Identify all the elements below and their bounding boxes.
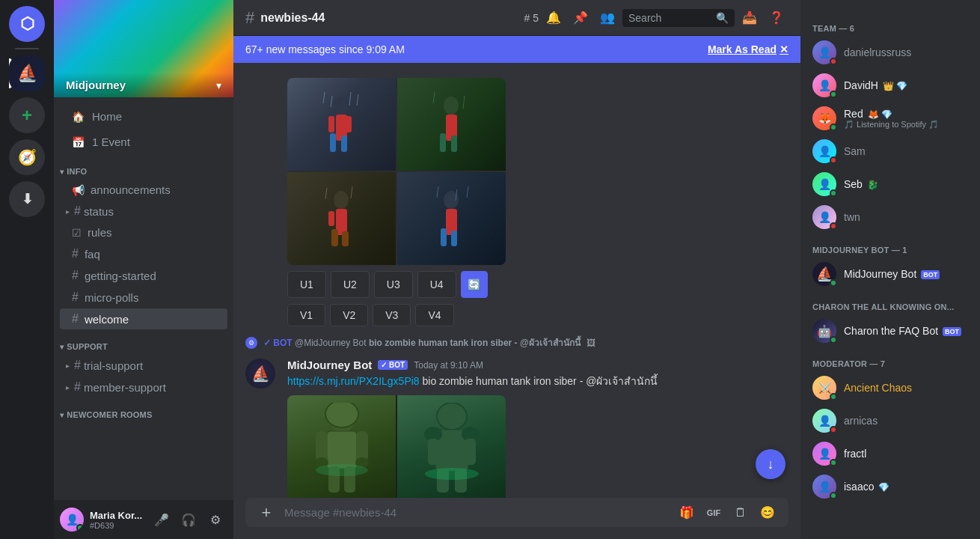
server-menu-icon: ▾: [216, 79, 221, 91]
channel-member-support[interactable]: ▸ # member-support: [60, 377, 227, 398]
pin-button[interactable]: 📌: [569, 6, 592, 30]
category-info[interactable]: ▾ INFO: [54, 155, 233, 179]
mark-as-read-button[interactable]: Mark As Read ✕: [708, 43, 788, 55]
download-apps-button[interactable]: ⬇: [9, 181, 45, 217]
member-davidh[interactable]: 👤 DavidH 👑 💎: [806, 69, 974, 102]
member-fractl[interactable]: 👤 fractl: [806, 437, 974, 470]
zombie-image-container: [287, 395, 506, 498]
v2-button[interactable]: V2: [330, 304, 368, 326]
message-input[interactable]: [284, 498, 669, 527]
member-info-danielrussruss: danielrussruss: [844, 46, 968, 58]
channel-status[interactable]: ▸ # status: [60, 201, 227, 222]
member-avatar-red: 🦊: [812, 106, 836, 130]
members-button[interactable]: 👥: [595, 6, 619, 30]
add-attachment-button[interactable]: +: [254, 501, 278, 525]
u3-button[interactable]: U3: [374, 271, 413, 298]
inbox-button[interactable]: 📥: [738, 6, 762, 30]
category-arrow-newcomer: ▾: [60, 411, 64, 419]
channel-announcements[interactable]: 📢 announcements: [60, 180, 227, 200]
discord-home-button[interactable]: ⬡: [9, 6, 45, 42]
svg-line-6: [323, 92, 325, 103]
member-danielrussruss[interactable]: 👤 danielrussruss: [806, 36, 974, 69]
emoji-button[interactable]: 😊: [756, 501, 780, 525]
member-ancient-chaos[interactable]: ⚔️ Ancient Chaos: [806, 371, 974, 404]
refresh-button[interactable]: 🔄: [461, 271, 488, 298]
mute-channel-button[interactable]: 🔔: [542, 6, 566, 30]
trial-collapse-arrow: ▸: [66, 362, 70, 370]
channel-trial-support[interactable]: ▸ # trial-support: [60, 355, 227, 376]
svg-rect-2: [330, 133, 336, 152]
member-name-sam: Sam: [844, 145, 968, 157]
hash-gs-icon: #: [72, 269, 79, 282]
explore-servers-button[interactable]: 🧭: [9, 139, 45, 175]
zombie-image-1: [287, 395, 396, 498]
channel-rules[interactable]: ☑ rules: [60, 222, 227, 243]
v1-button[interactable]: V1: [287, 304, 325, 326]
svg-point-31: [325, 403, 358, 427]
svg-rect-13: [451, 135, 457, 152]
rain-image-grid: [287, 78, 506, 265]
member-isaaco[interactable]: 👤 isaaco 💎: [806, 470, 974, 503]
svg-point-0: [334, 97, 349, 115]
channel-getting-started[interactable]: # getting-started: [60, 265, 227, 286]
sidebar-item-event[interactable]: 📅 1 Event: [60, 130, 227, 154]
svg-rect-4: [328, 116, 334, 133]
rain-image-content: U1 U2 U3 U4 🔄 V1 V2 V3 V4: [287, 78, 506, 326]
svg-rect-34: [327, 431, 357, 469]
mark-read-icon: ✕: [780, 43, 788, 55]
search-bar[interactable]: Search 🔍: [622, 9, 735, 27]
messages-area[interactable]: U1 U2 U3 U4 🔄 V1 V2 V3 V4 ⚙ ✓ BOT @MidJ: [233, 63, 800, 498]
zombie-image-2: [397, 395, 506, 498]
scroll-to-bottom-button[interactable]: ↓: [756, 449, 785, 479]
help-button[interactable]: ❓: [765, 6, 788, 30]
svg-rect-36: [356, 431, 368, 461]
member-avatar-sam: 👤: [812, 139, 836, 163]
add-server-button[interactable]: +: [9, 97, 45, 133]
category-support[interactable]: ▾ SUPPORT: [54, 330, 233, 354]
midjourney-server-icon[interactable]: ⛵: [9, 55, 45, 91]
category-arrow-support: ▾: [60, 343, 64, 351]
member-sam[interactable]: 👤 Sam: [806, 135, 974, 168]
status-dot-twn: [830, 222, 837, 230]
member-midjourney-bot[interactable]: ⛵ MidJourney Bot BOT: [806, 258, 974, 290]
server-list: ⬡ ⛵ + 🧭 ⬇: [0, 0, 54, 539]
u1-button[interactable]: U1: [287, 271, 326, 298]
svg-line-14: [433, 92, 435, 103]
member-seb[interactable]: 👤 Seb 🐉: [806, 168, 974, 201]
member-collapse-arrow: ▸: [66, 383, 70, 392]
v4-button[interactable]: V4: [415, 304, 453, 326]
gif-button[interactable]: GIF: [702, 501, 726, 525]
zombie-message-text: https://s.mj.run/PX2ILgx5Pi8 bio zombie …: [287, 374, 788, 389]
sticker-button[interactable]: 🗒: [729, 501, 753, 525]
category-newcomer-label: NEWCOMER ROOMS: [67, 410, 152, 419]
red-badge: 🦊 💎: [868, 109, 892, 120]
member-red[interactable]: 🦊 Red 🦊 💎 🎵 Listening to Spotify 🎵: [806, 102, 974, 135]
svg-rect-5: [346, 116, 352, 133]
status-dot-danielrussruss: [830, 58, 837, 65]
member-name-ancient-chaos: Ancient Chaos: [844, 382, 968, 394]
channel-name: newbies-44: [260, 11, 325, 25]
member-arnicas[interactable]: 👤 arnicas: [806, 404, 974, 437]
seb-badge: 🐉: [867, 180, 878, 190]
microphone-button[interactable]: 🎤: [150, 508, 174, 532]
member-charon-bot[interactable]: 🤖 Charon the FAQ Bot BOT: [806, 314, 974, 347]
u4-button[interactable]: U4: [417, 271, 456, 298]
message-link[interactable]: https://s.mj.run/PX2ILgx5Pi8: [287, 375, 420, 387]
thread-count-area: # 5: [524, 12, 539, 24]
member-info-isaaco: isaaco 💎: [844, 481, 968, 493]
server-header[interactable]: Midjourney ▾: [54, 0, 233, 97]
channel-faq[interactable]: # faq: [60, 243, 227, 264]
gift-button[interactable]: 🎁: [675, 501, 699, 525]
u2-button[interactable]: U2: [331, 271, 370, 298]
svg-rect-50: [428, 439, 438, 465]
member-info-seb: Seb 🐉: [844, 178, 968, 190]
headset-button[interactable]: 🎧: [177, 508, 200, 532]
member-twn[interactable]: 👤 twn: [806, 201, 974, 234]
sidebar-item-home[interactable]: 🏠 Home: [60, 104, 227, 129]
category-newcomer-rooms[interactable]: ▾ NEWCOMER ROOMS: [54, 398, 233, 422]
member-name-fractl: fractl: [844, 448, 968, 460]
channel-welcome[interactable]: # welcome: [60, 308, 227, 329]
v3-button[interactable]: V3: [373, 304, 411, 326]
settings-button[interactable]: ⚙: [203, 508, 227, 532]
channel-micro-polls[interactable]: # micro-polls: [60, 287, 227, 308]
